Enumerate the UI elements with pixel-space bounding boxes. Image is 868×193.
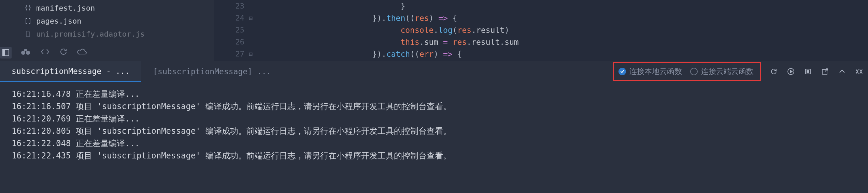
file-label: uni.promisify.adaptor.js xyxy=(36,30,145,38)
bottom-panel: subscriptionMessage - ... [subscriptionM… xyxy=(0,61,868,193)
play-circle-icon[interactable] xyxy=(787,67,795,76)
radio-label: 连接本地云函数 xyxy=(629,66,682,77)
code-line[interactable]: }).catch((err) => { xyxy=(259,48,868,60)
code-line[interactable]: console.log(res.result) xyxy=(259,24,868,36)
radio-unchecked-icon xyxy=(690,68,698,75)
refresh-icon[interactable] xyxy=(59,48,68,57)
file-label: pages.json xyxy=(36,17,81,25)
code-line[interactable]: this.sum = res.result.sum xyxy=(259,36,868,48)
code-line[interactable]: } xyxy=(259,0,868,12)
binoculars-icon[interactable] xyxy=(20,48,31,57)
chevron-up-icon[interactable] xyxy=(838,67,846,76)
code-line[interactable]: }).then((res) => { xyxy=(259,12,868,24)
log-line: 16:21:20.769 正在差量编译... xyxy=(12,113,858,125)
radio-checked-icon xyxy=(618,68,626,75)
file-list: manifest.json pages.json uni.promisify.a… xyxy=(0,0,214,44)
panel-tab-active[interactable]: subscriptionMessage - ... xyxy=(0,61,141,82)
file-item-manifest[interactable]: manifest.json xyxy=(0,1,214,14)
code-editor[interactable]: 2324⊟252627⊟ } }).then((res) => { consol… xyxy=(214,0,868,61)
gutter-line: 25 xyxy=(214,24,259,36)
editor-code[interactable]: } }).then((res) => { console.log(res.res… xyxy=(259,0,868,61)
panel-tab-secondary[interactable]: [subscriptionMessage] ... xyxy=(141,61,283,82)
gutter-line: 23 xyxy=(214,0,259,12)
console-output[interactable]: 16:21:16.478 正在差量编译...16:21:16.507 项目 's… xyxy=(0,82,868,193)
panel-tab-label: [subscriptionMessage] ... xyxy=(153,67,271,76)
file-item-promisify[interactable]: uni.promisify.adaptor.js xyxy=(0,27,214,40)
gutter-line: 27⊟ xyxy=(214,48,259,60)
log-line: 16:21:20.805 项目 'subscriptionMessage' 编译… xyxy=(12,125,858,137)
editor-gutter: 2324⊟252627⊟ xyxy=(214,0,259,61)
file-label: manifest.json xyxy=(36,4,95,12)
brackets-icon xyxy=(24,17,32,24)
close-all-icon[interactable] xyxy=(855,67,863,76)
sidebar-bottom-toolbar xyxy=(0,44,214,61)
cloud-icon[interactable] xyxy=(77,48,87,57)
braces-icon xyxy=(24,4,32,11)
rerun-icon[interactable] xyxy=(770,67,778,76)
file-explorer-sidebar: manifest.json pages.json uni.promisify.a… xyxy=(0,0,214,61)
log-line: 16:21:16.507 项目 'subscriptionMessage' 编译… xyxy=(12,100,858,113)
radio-remote-cloud-function[interactable]: 连接云端云函数 xyxy=(690,66,754,77)
gutter-line: 24⊟ xyxy=(214,12,259,24)
panel-tab-bar: subscriptionMessage - ... [subscriptionM… xyxy=(0,61,868,82)
cloud-function-mode-group: 连接本地云函数 连接云端云函数 xyxy=(613,62,761,81)
file-item-pages[interactable]: pages.json xyxy=(0,14,214,27)
file-icon xyxy=(24,30,32,37)
svg-rect-5 xyxy=(807,70,809,73)
code-icon[interactable] xyxy=(40,48,50,57)
panel-tab-label: subscriptionMessage - ... xyxy=(12,67,130,76)
radio-label: 连接云端云函数 xyxy=(701,66,754,77)
sidebar-tab-indicator[interactable] xyxy=(0,47,12,59)
log-line: 16:21:22.048 正在差量编译... xyxy=(12,137,858,150)
export-icon[interactable] xyxy=(821,67,829,76)
stop-icon[interactable] xyxy=(804,67,812,76)
gutter-line: 26 xyxy=(214,36,259,48)
log-line: 16:21:22.435 项目 'subscriptionMessage' 编译… xyxy=(12,150,858,162)
svg-rect-2 xyxy=(24,49,27,51)
radio-local-cloud-function[interactable]: 连接本地云函数 xyxy=(618,66,682,77)
log-line: 16:21:16.478 正在差量编译... xyxy=(12,88,858,100)
